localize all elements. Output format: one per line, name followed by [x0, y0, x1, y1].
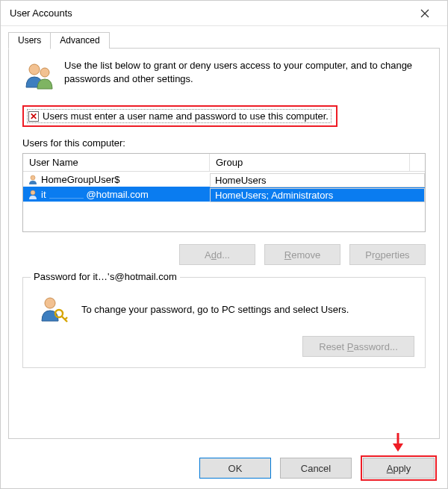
checkbox-x-icon: ✕	[30, 112, 37, 121]
row1-username-prefix: it	[41, 189, 46, 200]
require-login-highlight: ✕ Users must enter a user name and passw…	[22, 105, 337, 127]
require-login-checkbox-focus: ✕ Users must enter a user name and passw…	[27, 109, 332, 123]
window-title: User Accounts	[10, 7, 408, 19]
user-icon	[28, 174, 38, 184]
ok-button[interactable]: OK	[199, 458, 271, 479]
svg-point-3	[40, 68, 49, 77]
titlebar: User Accounts	[1, 1, 447, 26]
apply-button[interactable]: Apply	[363, 458, 435, 479]
svg-point-2	[29, 64, 40, 75]
list-buttons: Add... Remove Properties	[22, 244, 426, 265]
user-icon	[28, 189, 38, 199]
require-login-checkbox[interactable]: ✕	[28, 111, 39, 122]
tab-panel-users: Use the list below to grant or deny user…	[8, 48, 440, 439]
reset-password-button[interactable]: Reset Password...	[302, 336, 414, 357]
redacted-segment	[49, 191, 84, 199]
password-group-title: Password for it…'s@hotmail.com	[31, 271, 180, 282]
row1-group: HomeUsers; Administrators	[215, 190, 333, 201]
row1-username-suffix: @hotmail.com	[87, 189, 149, 200]
apply-highlight: Apply	[361, 455, 437, 481]
require-login-label: Users must enter a user name and passwor…	[43, 110, 329, 122]
remove-button[interactable]: Remove	[264, 244, 340, 265]
tab-strip: Users Advanced	[8, 31, 440, 49]
password-group-body: To change your password, go to PC settin…	[37, 293, 414, 326]
column-username[interactable]: User Name	[23, 154, 210, 171]
intro-text: Use the list below to grant or deny user…	[64, 59, 426, 85]
tab-advanced[interactable]: Advanced	[50, 32, 109, 49]
svg-point-4	[31, 175, 35, 180]
column-spacer	[410, 154, 425, 171]
close-icon	[420, 9, 429, 18]
user-accounts-window: User Accounts Users Advanced	[0, 0, 448, 489]
table-row[interactable]: it@hotmail.com HomeUsers; Administrators	[23, 187, 425, 202]
add-button[interactable]: Add...	[179, 244, 255, 265]
password-groupbox: Password for it…'s@hotmail.com To change…	[22, 277, 426, 368]
column-group[interactable]: Group	[210, 154, 410, 171]
tab-users[interactable]: Users	[8, 32, 51, 49]
close-button[interactable]	[408, 2, 441, 25]
users-listview[interactable]: User Name Group HomeGroupUser$ HomeUsers	[22, 153, 426, 232]
svg-point-6	[45, 298, 55, 308]
password-group-text: To change your password, go to PC settin…	[81, 304, 349, 315]
key-user-icon	[37, 293, 69, 326]
cancel-button[interactable]: Cancel	[280, 458, 352, 479]
properties-button[interactable]: Properties	[349, 244, 426, 265]
users-icon	[22, 59, 55, 92]
table-row[interactable]: HomeGroupUser$ HomeUsers	[23, 172, 425, 187]
client-area: Users Advanced Use the list below to gra…	[1, 26, 447, 446]
listview-header: User Name Group	[23, 154, 425, 172]
row0-username: HomeGroupUser$	[41, 174, 120, 185]
users-list-caption: Users for this computer:	[22, 137, 426, 149]
intro-row: Use the list below to grant or deny user…	[22, 59, 426, 92]
svg-point-5	[31, 190, 35, 195]
dialog-buttons: OK Cancel Apply	[1, 446, 447, 488]
row0-group: HomeUsers	[215, 175, 267, 186]
